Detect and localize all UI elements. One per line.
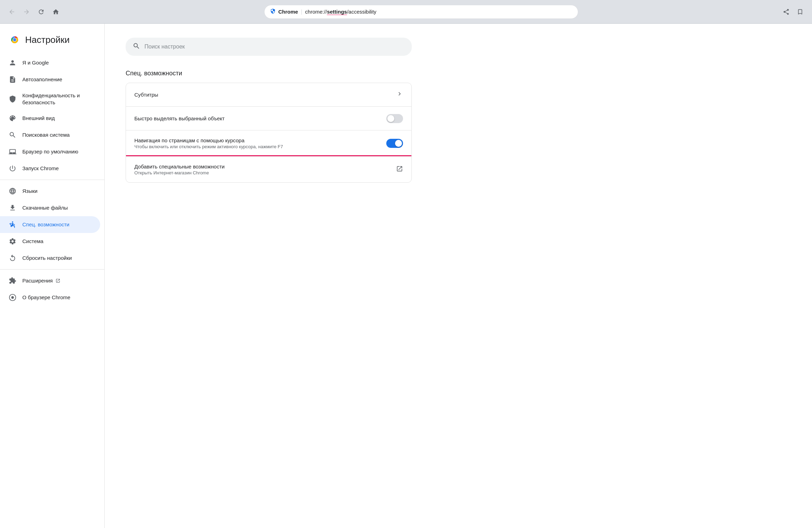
bookmark-button[interactable] (794, 6, 806, 18)
chrome-logo-icon (8, 33, 21, 46)
sidebar-label-downloads: Скачанные файлы (22, 204, 68, 211)
address-bar-container: Chrome | chrome://settings/accessibility (264, 5, 578, 19)
cursor-navigation-row-left: Навигация по страницам с помощью курсора… (134, 137, 378, 149)
browser-toolbar: Chrome | chrome://settings/accessibility (0, 0, 812, 24)
palette-icon (8, 114, 17, 122)
search-bar (126, 38, 412, 56)
sidebar-label-reset: Сбросить настройки (22, 255, 72, 262)
sidebar-nav: Я и Google Автозаполнение Конфиденциальн… (0, 54, 104, 306)
cursor-navigation-row-right (386, 139, 403, 148)
sidebar-label-appearance: Внешний вид (22, 115, 55, 122)
sidebar-label-about: О браузере Chrome (22, 294, 70, 301)
share-button[interactable] (780, 6, 792, 18)
url-display: chrome://settings/accessibility (305, 9, 572, 15)
sidebar-item-appearance[interactable]: Внешний вид (0, 110, 100, 127)
sidebar-item-about[interactable]: О браузере Chrome (0, 289, 100, 306)
download-icon (8, 204, 17, 212)
external-link-icon (396, 165, 403, 174)
sidebar-label-default-browser: Браузер по умолчанию (22, 148, 78, 155)
sidebar: Настройки Я и Google Автозаполнение (0, 24, 105, 528)
sidebar-label-search: Поисковая система (22, 131, 70, 138)
quick-select-title: Быстро выделять выбранный объект (134, 115, 378, 121)
captions-row-right (396, 90, 403, 99)
sidebar-item-languages[interactable]: Языки (0, 183, 100, 199)
add-accessibility-title: Добавить специальные возможности (134, 164, 388, 169)
main-layout: Настройки Я и Google Автозаполнение (0, 24, 812, 528)
search-input[interactable] (144, 44, 405, 50)
search-bar-wrap (126, 38, 412, 56)
puzzle-icon (8, 277, 17, 285)
quick-select-toggle[interactable] (386, 114, 403, 123)
back-button[interactable] (6, 6, 18, 18)
reset-icon (8, 254, 17, 262)
sidebar-label-languages: Языки (22, 188, 37, 195)
sidebar-item-startup[interactable]: Запуск Chrome (0, 160, 100, 177)
sidebar-item-privacy[interactable]: Конфиденциальность и безопасность (0, 88, 100, 110)
sidebar-item-extensions[interactable]: Расширения (0, 272, 100, 289)
svg-point-4 (13, 38, 16, 42)
description-icon (8, 76, 17, 83)
sidebar-item-system[interactable]: Система (0, 233, 100, 250)
sidebar-item-me-google[interactable]: Я и Google (0, 54, 100, 71)
chevron-right-icon (396, 90, 403, 99)
captions-row-left: Субтитры (134, 92, 388, 98)
accessibility-icon (8, 221, 17, 228)
cursor-navigation-toggle-knob (395, 140, 402, 147)
sidebar-divider-1 (0, 180, 104, 180)
add-accessibility-row-right (396, 165, 403, 174)
quick-select-row-left: Быстро выделять выбранный объект (134, 115, 378, 121)
sidebar-label-accessibility: Спец. возможности (22, 221, 69, 228)
toolbar-right (780, 6, 806, 18)
url-separator: | (301, 9, 302, 15)
sidebar-item-reset[interactable]: Сбросить настройки (0, 250, 100, 266)
address-bar[interactable]: Chrome | chrome://settings/accessibility (264, 5, 578, 19)
sidebar-label-autofill: Автозаполнение (22, 76, 62, 83)
search-icon (8, 131, 17, 139)
svg-point-7 (11, 296, 14, 299)
sidebar-item-accessibility[interactable]: Спец. возможности (0, 216, 100, 233)
power-icon (8, 165, 17, 172)
browser-brand: Chrome (278, 9, 298, 15)
search-bar-icon (133, 42, 140, 52)
sidebar-label-extensions: Расширения (22, 277, 60, 284)
quick-select-row: Быстро выделять выбранный объект (126, 107, 411, 130)
quick-select-toggle-knob (387, 115, 394, 122)
sidebar-item-default-browser[interactable]: Браузер по умолчанию (0, 143, 100, 160)
svg-point-5 (12, 221, 13, 223)
sidebar-header: Настройки (0, 29, 104, 54)
cursor-navigation-title: Навигация по страницам с помощью курсора (134, 137, 378, 143)
sidebar-item-downloads[interactable]: Скачанные файлы (0, 199, 100, 216)
section-title: Спец. возможности (126, 70, 791, 77)
forward-button[interactable] (20, 6, 33, 18)
person-icon (8, 59, 17, 67)
captions-row[interactable]: Субтитры (126, 83, 411, 107)
refresh-button[interactable] (35, 6, 47, 18)
cursor-navigation-row: Навигация по страницам с помощью курсора… (126, 130, 411, 157)
cursor-navigation-subtitle: Чтобы включить или отключить режим актив… (134, 144, 378, 149)
globe-icon (8, 187, 17, 195)
home-button[interactable] (50, 6, 62, 18)
settings-icon (8, 237, 17, 245)
sidebar-item-search[interactable]: Поисковая система (0, 127, 100, 143)
add-accessibility-row[interactable]: Добавить специальные возможности Открыть… (126, 157, 411, 182)
sidebar-label-privacy: Конфиденциальность и безопасность (22, 92, 92, 106)
add-accessibility-row-left: Добавить специальные возможности Открыть… (134, 164, 388, 175)
captions-title: Субтитры (134, 92, 388, 98)
settings-card: Субтитры Быстро выделять выбранный объек… (126, 83, 412, 183)
security-icon (270, 8, 276, 15)
sidebar-divider-2 (0, 269, 104, 270)
highlight-line (126, 155, 411, 156)
sidebar-label-startup: Запуск Chrome (22, 165, 59, 172)
content-area: Спец. возможности Субтитры Быстро выделя… (105, 24, 812, 528)
sidebar-label-me-google: Я и Google (22, 59, 49, 66)
nav-buttons (6, 6, 62, 18)
add-accessibility-subtitle: Открыть Интернет-магазин Chrome (134, 170, 388, 175)
cursor-navigation-toggle[interactable] (386, 139, 403, 148)
chrome-circle-icon (8, 294, 17, 301)
sidebar-label-system: Система (22, 238, 43, 245)
laptop-icon (8, 148, 17, 156)
quick-select-row-right (386, 114, 403, 123)
sidebar-title: Настройки (25, 35, 70, 45)
sidebar-item-autofill[interactable]: Автозаполнение (0, 71, 100, 88)
shield-icon (8, 95, 17, 103)
